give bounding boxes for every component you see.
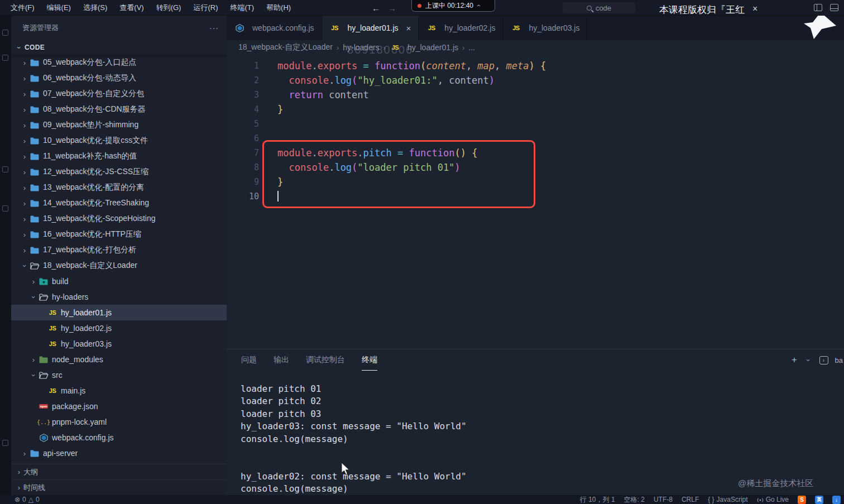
class-timer[interactable]: 上课中 00:12:40 › xyxy=(411,0,495,12)
workspace-section-header[interactable]: › CODE xyxy=(11,40,227,55)
menu-item[interactable]: 终端(T) xyxy=(224,0,260,16)
new-terminal-icon[interactable]: + xyxy=(792,355,797,365)
tree-item[interactable]: ›src xyxy=(11,367,227,383)
tree-item[interactable]: ›14_webpack优化-TreeShaking xyxy=(11,195,227,211)
code-token: ( xyxy=(352,75,357,86)
eol-sequence[interactable]: CRLF xyxy=(682,496,699,503)
copyright-close-icon[interactable]: × xyxy=(752,4,757,14)
chevron-right-icon[interactable]: › xyxy=(20,59,29,67)
encoding[interactable]: UTF-8 xyxy=(654,496,673,503)
tree-item[interactable]: JShy_loader01.js xyxy=(11,305,227,320)
extensions-icon[interactable] xyxy=(2,205,8,212)
breadcrumb-item[interactable]: hy_loader01.js xyxy=(407,43,458,52)
sidebar-section-timeline[interactable]: ›时间线 xyxy=(11,479,227,495)
chevron-right-icon[interactable]: › xyxy=(29,356,38,364)
tree-item[interactable]: ›18_webpack-自定义Loader xyxy=(11,258,227,273)
editor-tab[interactable]: JShy_loader03.js xyxy=(503,16,587,40)
menu-item[interactable]: 运行(R) xyxy=(187,0,224,16)
chevron-right-icon[interactable]: › xyxy=(20,121,29,129)
tree-item[interactable]: npmpackage.json xyxy=(11,399,227,414)
chevron-right-icon[interactable]: › xyxy=(20,74,29,83)
editor-tab-bar: webpack.config.jsJShy_loader01.js×JShy_l… xyxy=(227,16,844,40)
tree-item[interactable]: webpack.config.js xyxy=(11,430,227,445)
collapse-timer-icon[interactable]: › xyxy=(474,4,482,7)
tree-item[interactable]: ›07_webpack分包-自定义分包 xyxy=(11,86,227,102)
chevron-right-icon[interactable]: › xyxy=(20,90,29,98)
editor-tab[interactable]: JShy_loader01.js× xyxy=(322,16,419,40)
chevron-right-icon[interactable]: › xyxy=(20,137,29,145)
problems-status[interactable]: ⊗ 0 △ 0 xyxy=(15,496,40,503)
tree-item[interactable]: ›16_webpack优化-HTTP压缩 xyxy=(11,227,227,242)
panel-tab[interactable]: 终端 xyxy=(362,349,377,371)
forward-icon[interactable]: → xyxy=(388,3,396,13)
sidebar-section-outline[interactable]: ›大纲 xyxy=(11,464,227,479)
chevron-right-icon[interactable]: › xyxy=(20,105,29,114)
breadcrumb-item[interactable]: 18_webpack-自定义Loader xyxy=(238,42,333,52)
tree-item[interactable]: ›build xyxy=(11,273,227,289)
customize-layout-icon[interactable] xyxy=(830,4,838,11)
chevron-right-icon[interactable]: › xyxy=(20,246,29,255)
tree-item[interactable]: {..}pnpm-lock.yaml xyxy=(11,414,227,430)
explorer-icon[interactable] xyxy=(2,30,8,36)
tree-item[interactable]: ›15_webpack优化-ScopeHoisting xyxy=(11,211,227,227)
tree-item[interactable]: ›api-server xyxy=(11,445,227,461)
menu-item[interactable]: 帮助(H) xyxy=(260,0,297,16)
command-search[interactable]: code xyxy=(563,2,635,13)
tree-item[interactable]: ›08_webpack分包-CDN服务器 xyxy=(11,102,227,117)
chevron-right-icon[interactable]: › xyxy=(20,199,29,208)
sogou-ime-icon[interactable]: S xyxy=(798,496,806,504)
menu-item[interactable]: 查看(V) xyxy=(113,0,150,16)
chevron-right-icon[interactable]: › xyxy=(20,449,29,458)
cursor-position[interactable]: 行 10，列 1 xyxy=(580,495,615,504)
menu-item[interactable]: 转到(G) xyxy=(150,0,188,16)
more-actions-icon[interactable]: ··· xyxy=(209,23,219,32)
indentation[interactable]: 空格: 2 xyxy=(624,495,645,504)
back-icon[interactable]: ← xyxy=(372,3,380,13)
tree-item[interactable]: ›12_webpack优化-JS-CSS压缩 xyxy=(11,164,227,180)
tree-item[interactable]: ›hy-loaders xyxy=(11,289,227,305)
panel-tab[interactable]: 调试控制台 xyxy=(306,349,345,371)
tree-item[interactable]: ›05_webpack分包-入口起点 xyxy=(11,55,227,70)
close-tab-icon[interactable]: × xyxy=(406,23,411,33)
chevron-down-icon[interactable]: › xyxy=(30,292,38,301)
ime-download-icon[interactable]: ↓ xyxy=(832,496,841,504)
chevron-down-icon[interactable]: › xyxy=(21,261,29,270)
menu-item[interactable]: 编辑(E) xyxy=(41,0,77,16)
chevron-right-icon[interactable]: › xyxy=(29,277,38,286)
editor-tab[interactable]: webpack.config.js xyxy=(227,16,322,40)
chevron-right-icon[interactable]: › xyxy=(20,215,29,223)
code-editor[interactable]: 1module.exports = function(content, map,… xyxy=(227,55,844,349)
toggle-sidebar-icon[interactable] xyxy=(814,4,822,11)
editor-tab[interactable]: JShy_loader02.js xyxy=(419,16,503,40)
tree-item[interactable]: ›13_webpack优化-配置的分离 xyxy=(11,180,227,195)
terminal-output[interactable]: loader pitch 01loader pitch 02loader pit… xyxy=(227,371,844,495)
settings-icon[interactable] xyxy=(2,440,8,446)
menu-item[interactable]: 选择(S) xyxy=(77,0,113,16)
menu-item[interactable]: 文件(F) xyxy=(4,0,41,16)
go-live-button[interactable]: Go Live xyxy=(757,496,789,503)
tree-item[interactable]: JShy_loader02.js xyxy=(11,320,227,336)
search-side-icon[interactable] xyxy=(2,55,8,61)
panel-tab[interactable]: 问题 xyxy=(241,349,257,371)
tree-item[interactable]: ›11_webpack补充-hash的值 xyxy=(11,148,227,164)
tree-item[interactable]: ›10_webpack优化-提取css文件 xyxy=(11,133,227,148)
tree-item[interactable]: ›06_webpack分包-动态导入 xyxy=(11,70,227,86)
terminal-dropdown-icon[interactable]: › xyxy=(804,356,812,364)
tree-item-label: 11_webpack补充-hash的值 xyxy=(43,151,137,161)
tree-item[interactable]: ›17_webpack优化-打包分析 xyxy=(11,242,227,258)
ime-language-icon[interactable]: 英 xyxy=(815,496,823,504)
tree-item[interactable]: JShy_loader03.js xyxy=(11,336,227,352)
terminal-profile-icon[interactable]: › xyxy=(819,356,828,364)
debug-icon[interactable] xyxy=(2,166,8,172)
chevron-right-icon[interactable]: › xyxy=(20,231,29,239)
chevron-right-icon[interactable]: › xyxy=(20,184,29,192)
panel-tab[interactable]: 输出 xyxy=(274,349,289,371)
chevron-right-icon[interactable]: › xyxy=(20,168,29,176)
tree-item[interactable]: ›09_webpack垫片-shimming xyxy=(11,117,227,133)
chevron-right-icon[interactable]: › xyxy=(20,152,29,161)
chevron-down-icon[interactable]: › xyxy=(30,371,38,380)
tree-item[interactable]: JSmain.js xyxy=(11,383,227,399)
language-mode[interactable]: { } JavaScript xyxy=(708,496,747,503)
tree-item[interactable]: ›node_modules xyxy=(11,352,227,367)
breadcrumb-item[interactable]: ... xyxy=(468,43,475,52)
